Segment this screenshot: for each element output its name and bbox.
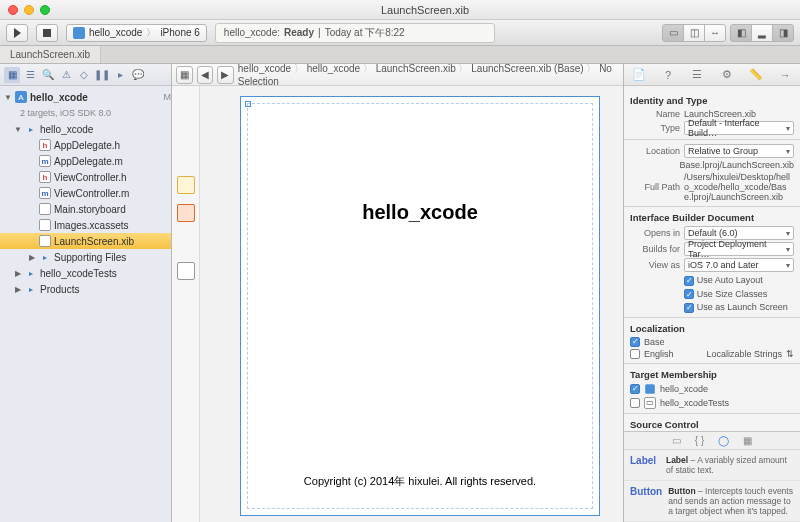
tree-item-appdelegate-m[interactable]: mAppDelegate.m [0,153,171,169]
location-label: Location [630,146,680,156]
version-editor-button[interactable]: ↔ [704,24,726,42]
project-root[interactable]: ▼A hello_xcode M [0,89,171,105]
forward-button[interactable]: ▶ [217,66,234,84]
related-items-button[interactable]: ▦ [176,66,193,84]
toggle-utilities-button[interactable]: ◨ [772,24,794,42]
files-owner-icon[interactable] [177,176,195,194]
file-inspector-tab[interactable]: 📄 [631,67,647,83]
project-navigator-tab[interactable]: ▦ [4,67,20,83]
library-panel: ▭ { } ◯ ▦ Label Label – A variably sized… [624,431,800,522]
english-loc-checkbox[interactable] [630,349,640,359]
view-object-icon[interactable] [177,262,195,280]
debug-navigator-tab[interactable]: ❚❚ [94,67,110,83]
run-button[interactable] [6,24,28,42]
breadcrumb-item[interactable]: hello_xcode [307,63,360,74]
disclosure-triangle[interactable]: ▼ [14,125,22,134]
english-loc-label: English [644,349,674,359]
launch-screen-view[interactable]: hello_xcode Copyright (c) 2014年 hixulei.… [240,96,600,516]
view-as-select[interactable]: iOS 7.0 and Later [684,258,794,272]
symbol-navigator-tab[interactable]: ☰ [22,67,38,83]
launch-screen-checkbox[interactable]: ✓ [684,303,694,313]
library-item-label[interactable]: Label Label – A variably sized amount of… [624,450,800,481]
back-button[interactable]: ◀ [197,66,214,84]
standard-editor-button[interactable]: ▭ [662,24,684,42]
test-navigator-tab[interactable]: ◇ [76,67,92,83]
english-loc-type[interactable]: Localizable Strings [706,349,782,359]
navigator-panel: ▦ ☰ 🔍 ⚠ ◇ ❚❚ ▸ 💬 ▼A hello_xcode M 2 targ… [0,64,172,522]
connections-inspector-tab[interactable]: → [777,67,793,83]
tree-item-supporting-files[interactable]: ▶▸Supporting Files [0,249,171,265]
breadcrumb-item[interactable]: LaunchScreen.xib (Base) [471,63,583,74]
xc-file-icon [39,219,51,231]
location-select[interactable]: Relative to Group [684,144,794,158]
editor-tab[interactable]: LaunchScreen.xib [0,46,101,63]
disclosure-triangle[interactable]: ▶ [14,285,22,294]
editor-mode-segment: ▭ ◫ ↔ [662,24,726,42]
target1-checkbox[interactable]: ✓ [630,384,640,394]
tree-item-hello_xcode[interactable]: ▼▸hello_xcode [0,121,171,137]
library-tab-bar: ▭ { } ◯ ▦ [624,432,800,450]
zoom-window-button[interactable] [40,5,50,15]
scheme-destination: iPhone 6 [160,27,199,38]
breakpoint-navigator-tab[interactable]: ▸ [112,67,128,83]
chevron-right-icon: 〉 [146,26,156,40]
view-as-label: View as [630,260,680,270]
title-label[interactable]: hello_xcode [241,201,599,224]
builds-for-select[interactable]: Project Deployment Tar… [684,242,794,256]
target1-label: hello_xcode [660,384,708,394]
tree-item-label: hello_xcode [40,124,93,135]
object-library-tab[interactable]: ◯ [718,435,729,446]
size-classes-label: Use Size Classes [697,289,768,299]
scheme-app: hello_xcode [89,27,142,38]
identity-inspector-tab[interactable]: ☰ [689,67,705,83]
code-snippet-library-tab[interactable]: { } [695,435,704,446]
project-subtitle: 2 targets, iOS SDK 8.0 [20,108,111,118]
tree-item-images-xcassets[interactable]: Images.xcassets [0,217,171,233]
disclosure-triangle[interactable]: ▶ [28,253,36,262]
quick-help-tab[interactable]: ? [660,67,676,83]
navigator-tab-bar: ▦ ☰ 🔍 ⚠ ◇ ❚❚ ▸ 💬 [0,64,171,86]
app-icon [73,27,85,39]
attributes-inspector-tab[interactable]: ⚙ [719,67,735,83]
minimize-window-button[interactable] [24,5,34,15]
first-responder-icon[interactable] [177,204,195,222]
m-file-icon: m [39,155,51,167]
fold-file-icon: ▸ [25,123,37,135]
type-select[interactable]: Default - Interface Build… [684,121,794,135]
opens-in-select[interactable]: Default (6.0) [684,226,794,240]
tree-item-products[interactable]: ▶▸Products [0,281,171,297]
base-loc-checkbox[interactable]: ✓ [630,337,640,347]
assistant-editor-button[interactable]: ◫ [683,24,705,42]
scheme-selector[interactable]: hello_xcode 〉 iPhone 6 [66,24,207,42]
stop-button[interactable] [36,24,58,42]
stop-icon [43,29,51,37]
tree-item-launchscreen-xib[interactable]: LaunchScreen.xib [0,233,171,249]
tree-item-viewcontroller-m[interactable]: mViewController.m [0,185,171,201]
toggle-navigator-button[interactable]: ◧ [730,24,752,42]
issue-navigator-tab[interactable]: ⚠ [58,67,74,83]
tree-item-hello_xcodetests[interactable]: ▶▸hello_xcodeTests [0,265,171,281]
tree-item-viewcontroller-h[interactable]: hViewController.h [0,169,171,185]
report-navigator-tab[interactable]: 💬 [130,67,146,83]
target2-checkbox[interactable] [630,398,640,408]
tree-item-main-storyboard[interactable]: Main.storyboard [0,201,171,217]
media-library-tab[interactable]: ▦ [743,435,752,446]
size-inspector-tab[interactable]: 📏 [748,67,764,83]
auto-layout-checkbox[interactable]: ✓ [684,276,694,286]
sb-file-icon [39,235,51,247]
activity-status: hello_xcode: Ready | Today at 下午8:22 [215,23,495,43]
tree-item-appdelegate-h[interactable]: hAppDelegate.h [0,137,171,153]
file-template-library-tab[interactable]: ▭ [672,435,681,446]
find-navigator-tab[interactable]: 🔍 [40,67,56,83]
project-name: hello_xcode [30,92,88,103]
ib-canvas[interactable]: hello_xcode Copyright (c) 2014年 hixulei.… [172,86,623,522]
toggle-debug-button[interactable]: ▂ [751,24,773,42]
size-classes-checkbox[interactable]: ✓ [684,289,694,299]
copyright-label[interactable]: Copyright (c) 2014年 hixulei. All rights … [241,474,599,489]
type-label: Type [630,123,680,133]
close-window-button[interactable] [8,5,18,15]
disclosure-triangle[interactable]: ▶ [14,269,22,278]
breadcrumb-item[interactable]: LaunchScreen.xib [376,63,456,74]
library-item-button[interactable]: Button Button – Intercepts touch events … [624,481,800,522]
breadcrumb-item[interactable]: hello_xcode [238,63,291,74]
